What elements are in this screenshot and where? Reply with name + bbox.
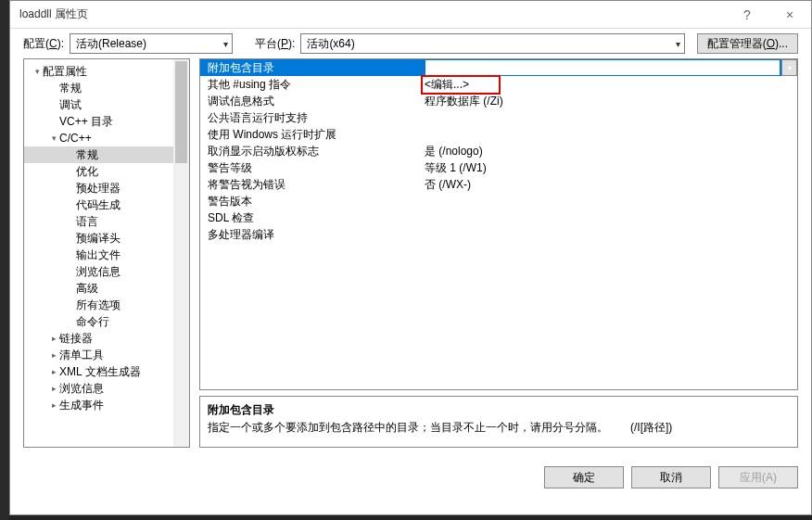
tree-item-label: 生成事件 — [59, 398, 104, 413]
ok-button[interactable]: 确定 — [544, 466, 624, 488]
tree-item[interactable]: 常规 — [24, 80, 189, 96]
property-row[interactable]: 多处理器编译 — [200, 226, 797, 243]
property-name: 取消显示启动版权标志 — [200, 144, 421, 159]
tree-item-label: 预处理器 — [76, 181, 121, 197]
property-name: 多处理器编译 — [200, 227, 421, 243]
property-name: 将警告视为错误 — [200, 177, 421, 193]
platform-label: 平台(P): — [255, 36, 295, 52]
property-name: 其他 #using 指令 — [200, 77, 421, 93]
description-body: 指定一个或多个要添加到包含路径中的目录；当目录不止一个时，请用分号分隔。 (/I… — [208, 420, 790, 436]
property-row[interactable]: 使用 Windows 运行时扩展 — [200, 126, 797, 143]
tree-item-label: 调试 — [59, 97, 82, 113]
dropdown-icon[interactable]: ▾ — [781, 59, 797, 76]
tree-item[interactable]: VC++ 目录 — [24, 113, 189, 130]
property-row[interactable]: 警告等级等级 1 (/W1) — [200, 159, 797, 176]
window-title: loaddll 属性页 — [10, 6, 726, 22]
apply-button[interactable]: 应用(A) — [718, 466, 798, 488]
tree-item[interactable]: 调试 — [24, 96, 189, 113]
property-name: 警告等级 — [200, 160, 421, 176]
close-button[interactable]: × — [768, 1, 811, 29]
expand-open-icon[interactable]: ▾ — [32, 67, 43, 76]
property-value[interactable]: 是 (/nologo) — [421, 144, 797, 159]
property-row[interactable]: 附加包含目录▾ — [200, 59, 797, 76]
tree-item[interactable]: 高级 — [24, 280, 189, 297]
tree-item-label: 语言 — [76, 214, 98, 230]
config-label: 配置(C): — [23, 36, 64, 52]
expand-open-icon[interactable]: ▾ — [48, 133, 59, 143]
tree-item-label: 所有选项 — [76, 298, 121, 313]
tree-item-label: 命令行 — [76, 314, 109, 330]
tree-item-label: 预编译头 — [76, 231, 121, 247]
tree-item-label: 浏览信息 — [59, 381, 104, 397]
description-box: 附加包含目录 指定一个或多个要添加到包含路径中的目录；当目录不止一个时，请用分号… — [199, 396, 798, 448]
property-name: 调试信息格式 — [200, 94, 421, 109]
tree-item-label: 常规 — [76, 147, 98, 163]
property-value[interactable]: 程序数据库 (/Zi) — [421, 94, 797, 109]
tree-item-label: 优化 — [76, 164, 98, 180]
tree-item[interactable]: 优化 — [24, 163, 189, 180]
tree-item-label: 常规 — [59, 81, 82, 96]
scrollbar-thumb[interactable] — [175, 61, 187, 163]
property-value[interactable]: <编辑...> — [421, 77, 797, 93]
tree-item[interactable]: 输出文件 — [24, 247, 189, 263]
property-name: 警告版本 — [200, 194, 421, 209]
property-value[interactable]: 否 (/WX-) — [421, 177, 797, 193]
expand-closed-icon[interactable]: ▸ — [48, 367, 59, 376]
tree-item[interactable]: 浏览信息 — [24, 263, 189, 280]
property-row[interactable]: SDL 检查 — [200, 209, 797, 226]
tree-item[interactable]: ▸链接器 — [24, 330, 189, 347]
tree-item[interactable]: ▾C/C++ — [24, 130, 189, 146]
chevron-down-icon: ▾ — [676, 39, 680, 49]
tree-item-label: 代码生成 — [76, 197, 121, 213]
property-name: 附加包含目录 — [200, 60, 421, 76]
property-value[interactable]: ▾ — [421, 59, 797, 76]
property-value[interactable]: 等级 1 (/W1) — [421, 160, 797, 176]
cancel-button[interactable]: 取消 — [631, 466, 711, 488]
expand-closed-icon[interactable]: ▸ — [48, 334, 59, 343]
tree-item[interactable]: 所有选项 — [24, 297, 189, 313]
titlebar: loaddll 属性页 ? × — [10, 1, 811, 29]
config-select-value: 活动(Release) — [76, 36, 146, 52]
tree-item[interactable]: ▾配置属性 — [24, 63, 189, 80]
tree-item[interactable]: 常规 — [24, 146, 189, 163]
help-button[interactable]: ? — [726, 1, 768, 29]
config-select[interactable]: 活动(Release) ▾ — [70, 33, 233, 54]
tree-item-label: 高级 — [76, 281, 98, 297]
platform-select-value: 活动(x64) — [307, 36, 354, 52]
tree-item-label: 清单工具 — [59, 348, 104, 363]
property-row[interactable]: 警告版本 — [200, 193, 797, 209]
tree-item-label: VC++ 目录 — [59, 114, 113, 130]
tree-item-label: 输出文件 — [76, 247, 121, 263]
property-row[interactable]: 其他 #using 指令<编辑...> — [200, 76, 797, 93]
category-tree: ▾配置属性常规调试VC++ 目录▾C/C++常规优化预处理器代码生成语言预编译头… — [23, 58, 190, 448]
tree-item[interactable]: ▸浏览信息 — [24, 380, 189, 397]
tree-item-label: 浏览信息 — [76, 264, 121, 280]
tree-item[interactable]: ▸生成事件 — [24, 397, 189, 413]
property-row[interactable]: 调试信息格式程序数据库 (/Zi) — [200, 93, 797, 109]
expand-closed-icon[interactable]: ▸ — [48, 350, 59, 360]
expand-closed-icon[interactable]: ▸ — [48, 400, 59, 410]
config-manager-button[interactable]: 配置管理器(O)... — [697, 33, 798, 54]
expand-closed-icon[interactable]: ▸ — [48, 384, 59, 393]
tree-item[interactable]: ▸XML 文档生成器 — [24, 363, 189, 380]
tree-item[interactable]: 预编译头 — [24, 230, 189, 247]
tree-item[interactable]: ▸清单工具 — [24, 347, 189, 363]
property-name: 公共语言运行时支持 — [200, 110, 421, 126]
property-name: 使用 Windows 运行时扩展 — [200, 127, 421, 143]
tree-item[interactable]: 命令行 — [24, 313, 189, 330]
property-grid: 附加包含目录▾其他 #using 指令<编辑...>调试信息格式程序数据库 (/… — [199, 58, 798, 390]
property-row[interactable]: 公共语言运行时支持 — [200, 109, 797, 126]
tree-item[interactable]: 代码生成 — [24, 197, 189, 213]
property-pages-window: loaddll 属性页 ? × 配置(C): 活动(Release) ▾ 平台(… — [9, 0, 812, 515]
platform-select[interactable]: 活动(x64) ▾ — [300, 33, 685, 54]
tree-item-label: XML 文档生成器 — [59, 364, 141, 380]
tree-item[interactable]: 语言 — [24, 213, 189, 230]
tree-scrollbar[interactable] — [173, 59, 189, 447]
tree-item[interactable]: 预处理器 — [24, 180, 189, 197]
property-row[interactable]: 取消显示启动版权标志是 (/nologo) — [200, 143, 797, 159]
property-row[interactable]: 将警告视为错误否 (/WX-) — [200, 176, 797, 193]
tree-item-label: 链接器 — [59, 331, 93, 347]
config-row: 配置(C): 活动(Release) ▾ 平台(P): 活动(x64) ▾ 配置… — [10, 29, 811, 58]
tree-item-label: 配置属性 — [43, 64, 87, 80]
tree-item-label: C/C++ — [59, 132, 92, 145]
